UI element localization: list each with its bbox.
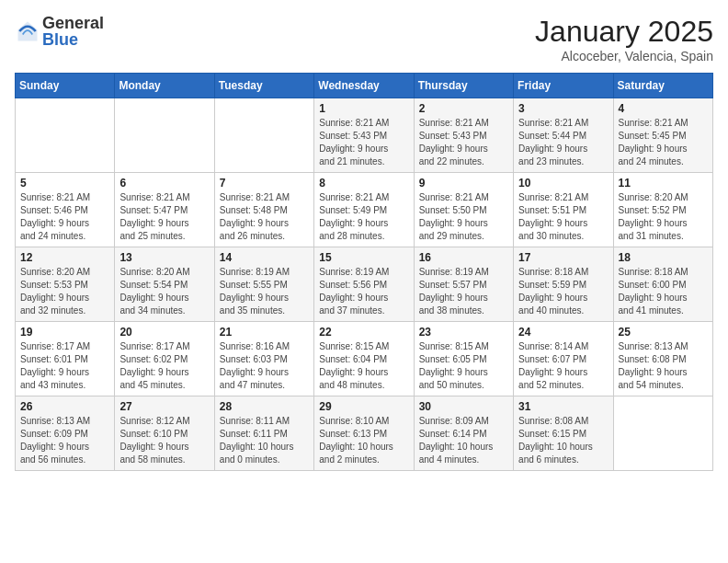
calendar-cell: 7Sunrise: 8:21 AM Sunset: 5:48 PM Daylig… bbox=[214, 173, 313, 247]
calendar-cell bbox=[214, 98, 313, 173]
calendar-cell: 27Sunrise: 8:12 AM Sunset: 6:10 PM Dayli… bbox=[115, 396, 214, 471]
calendar-cell: 29Sunrise: 8:10 AM Sunset: 6:13 PM Dayli… bbox=[314, 396, 414, 471]
week-row-2: 12Sunrise: 8:20 AM Sunset: 5:53 PM Dayli… bbox=[16, 247, 713, 322]
cell-content: Sunrise: 8:11 AM Sunset: 6:11 PM Dayligh… bbox=[220, 415, 309, 466]
day-number: 20 bbox=[119, 326, 209, 339]
calendar-body: 1Sunrise: 8:21 AM Sunset: 5:43 PM Daylig… bbox=[16, 98, 713, 471]
cell-content: Sunrise: 8:15 AM Sunset: 6:04 PM Dayligh… bbox=[319, 340, 408, 392]
calendar-cell: 10Sunrise: 8:21 AM Sunset: 5:51 PM Dayli… bbox=[514, 173, 613, 247]
calendar-cell: 21Sunrise: 8:16 AM Sunset: 6:03 PM Dayli… bbox=[214, 322, 313, 396]
day-number: 18 bbox=[619, 251, 708, 264]
cell-content: Sunrise: 8:19 AM Sunset: 5:57 PM Dayligh… bbox=[419, 266, 508, 317]
week-row-0: 1Sunrise: 8:21 AM Sunset: 5:43 PM Daylig… bbox=[16, 98, 713, 173]
day-number: 30 bbox=[419, 400, 508, 413]
cell-content: Sunrise: 8:17 AM Sunset: 6:02 PM Dayligh… bbox=[119, 340, 209, 392]
calendar-cell: 12Sunrise: 8:20 AM Sunset: 5:53 PM Dayli… bbox=[16, 247, 115, 322]
calendar-cell: 2Sunrise: 8:21 AM Sunset: 5:43 PM Daylig… bbox=[414, 98, 513, 173]
calendar-cell bbox=[613, 396, 712, 471]
day-number: 24 bbox=[518, 326, 608, 339]
day-number: 6 bbox=[119, 177, 209, 190]
title-area: January 2025 Alcoceber, Valencia, Spain bbox=[535, 15, 713, 63]
header: General Blue January 2025 Alcoceber, Val… bbox=[15, 15, 713, 63]
calendar-cell bbox=[16, 98, 115, 173]
logo-text: General Blue bbox=[42, 15, 104, 48]
cell-content: Sunrise: 8:18 AM Sunset: 6:00 PM Dayligh… bbox=[619, 266, 708, 317]
day-number: 31 bbox=[518, 400, 608, 413]
day-number: 7 bbox=[220, 177, 309, 190]
cell-content: Sunrise: 8:21 AM Sunset: 5:48 PM Dayligh… bbox=[220, 191, 309, 243]
day-number: 9 bbox=[419, 177, 508, 190]
calendar-header-row: SundayMondayTuesdayWednesdayThursdayFrid… bbox=[16, 74, 713, 98]
day-number: 21 bbox=[220, 326, 309, 339]
cell-content: Sunrise: 8:14 AM Sunset: 6:07 PM Dayligh… bbox=[518, 340, 608, 392]
logo-blue: Blue bbox=[42, 31, 104, 48]
day-number: 19 bbox=[20, 326, 109, 339]
cell-content: Sunrise: 8:08 AM Sunset: 6:15 PM Dayligh… bbox=[518, 415, 608, 466]
calendar-cell: 5Sunrise: 8:21 AM Sunset: 5:46 PM Daylig… bbox=[16, 173, 115, 247]
day-number: 4 bbox=[619, 102, 708, 115]
day-number: 12 bbox=[20, 251, 109, 264]
calendar-cell: 4Sunrise: 8:21 AM Sunset: 5:45 PM Daylig… bbox=[613, 98, 712, 173]
calendar-cell: 17Sunrise: 8:18 AM Sunset: 5:59 PM Dayli… bbox=[514, 247, 613, 322]
cell-content: Sunrise: 8:16 AM Sunset: 6:03 PM Dayligh… bbox=[220, 340, 309, 392]
calendar-cell bbox=[115, 98, 214, 173]
calendar-cell: 31Sunrise: 8:08 AM Sunset: 6:15 PM Dayli… bbox=[514, 396, 613, 471]
calendar-cell: 26Sunrise: 8:13 AM Sunset: 6:09 PM Dayli… bbox=[16, 396, 115, 471]
cell-content: Sunrise: 8:21 AM Sunset: 5:44 PM Dayligh… bbox=[518, 117, 608, 168]
day-header-sunday: Sunday bbox=[16, 74, 115, 98]
calendar-cell: 11Sunrise: 8:20 AM Sunset: 5:52 PM Dayli… bbox=[613, 173, 712, 247]
day-number: 5 bbox=[20, 177, 109, 190]
calendar-cell: 24Sunrise: 8:14 AM Sunset: 6:07 PM Dayli… bbox=[514, 322, 613, 396]
cell-content: Sunrise: 8:21 AM Sunset: 5:43 PM Dayligh… bbox=[319, 117, 408, 168]
calendar-cell: 18Sunrise: 8:18 AM Sunset: 6:00 PM Dayli… bbox=[613, 247, 712, 322]
day-number: 10 bbox=[518, 177, 608, 190]
logo-general: General bbox=[42, 15, 104, 31]
cell-content: Sunrise: 8:19 AM Sunset: 5:56 PM Dayligh… bbox=[319, 266, 408, 317]
day-number: 3 bbox=[518, 102, 608, 115]
day-header-thursday: Thursday bbox=[414, 74, 513, 98]
day-number: 27 bbox=[119, 400, 209, 413]
day-header-saturday: Saturday bbox=[613, 74, 712, 98]
calendar-table: SundayMondayTuesdayWednesdayThursdayFrid… bbox=[15, 73, 713, 471]
week-row-4: 26Sunrise: 8:13 AM Sunset: 6:09 PM Dayli… bbox=[16, 396, 713, 471]
cell-content: Sunrise: 8:17 AM Sunset: 6:01 PM Dayligh… bbox=[20, 340, 109, 392]
day-number: 8 bbox=[319, 177, 408, 190]
calendar-cell: 25Sunrise: 8:13 AM Sunset: 6:08 PM Dayli… bbox=[613, 322, 712, 396]
cell-content: Sunrise: 8:18 AM Sunset: 5:59 PM Dayligh… bbox=[518, 266, 608, 317]
cell-content: Sunrise: 8:21 AM Sunset: 5:50 PM Dayligh… bbox=[419, 191, 508, 243]
cell-content: Sunrise: 8:21 AM Sunset: 5:49 PM Dayligh… bbox=[319, 191, 408, 243]
cell-content: Sunrise: 8:09 AM Sunset: 6:14 PM Dayligh… bbox=[419, 415, 508, 466]
week-row-3: 19Sunrise: 8:17 AM Sunset: 6:01 PM Dayli… bbox=[16, 322, 713, 396]
cell-content: Sunrise: 8:20 AM Sunset: 5:54 PM Dayligh… bbox=[119, 266, 209, 317]
calendar-cell: 8Sunrise: 8:21 AM Sunset: 5:49 PM Daylig… bbox=[314, 173, 414, 247]
cell-content: Sunrise: 8:21 AM Sunset: 5:47 PM Dayligh… bbox=[119, 191, 209, 243]
cell-content: Sunrise: 8:13 AM Sunset: 6:08 PM Dayligh… bbox=[619, 340, 708, 392]
day-header-friday: Friday bbox=[514, 74, 613, 98]
calendar-cell: 22Sunrise: 8:15 AM Sunset: 6:04 PM Dayli… bbox=[314, 322, 414, 396]
calendar-cell: 9Sunrise: 8:21 AM Sunset: 5:50 PM Daylig… bbox=[414, 173, 513, 247]
calendar-cell: 28Sunrise: 8:11 AM Sunset: 6:11 PM Dayli… bbox=[214, 396, 313, 471]
cell-content: Sunrise: 8:12 AM Sunset: 6:10 PM Dayligh… bbox=[119, 415, 209, 466]
cell-content: Sunrise: 8:13 AM Sunset: 6:09 PM Dayligh… bbox=[20, 415, 109, 466]
day-header-wednesday: Wednesday bbox=[314, 74, 414, 98]
calendar-cell: 3Sunrise: 8:21 AM Sunset: 5:44 PM Daylig… bbox=[514, 98, 613, 173]
day-header-tuesday: Tuesday bbox=[214, 74, 313, 98]
calendar-cell: 23Sunrise: 8:15 AM Sunset: 6:05 PM Dayli… bbox=[414, 322, 513, 396]
day-number: 13 bbox=[119, 251, 209, 264]
day-number: 15 bbox=[319, 251, 408, 264]
day-number: 14 bbox=[220, 251, 309, 264]
calendar-cell: 1Sunrise: 8:21 AM Sunset: 5:43 PM Daylig… bbox=[314, 98, 414, 173]
cell-content: Sunrise: 8:20 AM Sunset: 5:53 PM Dayligh… bbox=[20, 266, 109, 317]
day-number: 11 bbox=[619, 177, 708, 190]
day-number: 2 bbox=[419, 102, 508, 115]
calendar-cell: 19Sunrise: 8:17 AM Sunset: 6:01 PM Dayli… bbox=[16, 322, 115, 396]
cell-content: Sunrise: 8:10 AM Sunset: 6:13 PM Dayligh… bbox=[319, 415, 408, 466]
cell-content: Sunrise: 8:21 AM Sunset: 5:51 PM Dayligh… bbox=[518, 191, 608, 243]
cell-content: Sunrise: 8:21 AM Sunset: 5:46 PM Dayligh… bbox=[20, 191, 109, 243]
calendar-cell: 15Sunrise: 8:19 AM Sunset: 5:56 PM Dayli… bbox=[314, 247, 414, 322]
day-header-monday: Monday bbox=[115, 74, 214, 98]
day-number: 1 bbox=[319, 102, 408, 115]
calendar-cell: 16Sunrise: 8:19 AM Sunset: 5:57 PM Dayli… bbox=[414, 247, 513, 322]
calendar-cell: 13Sunrise: 8:20 AM Sunset: 5:54 PM Dayli… bbox=[115, 247, 214, 322]
logo: General Blue bbox=[15, 15, 104, 48]
